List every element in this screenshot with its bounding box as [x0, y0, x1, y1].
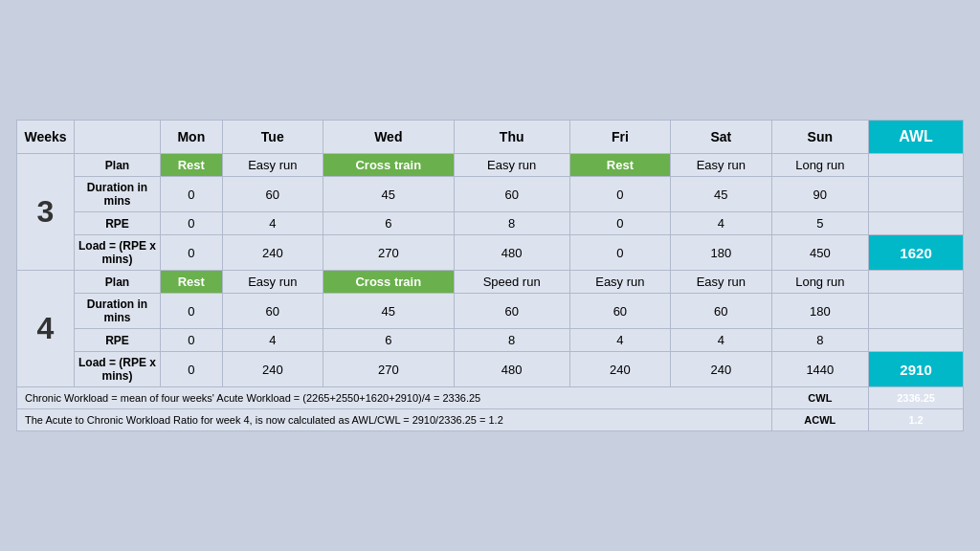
week3-load-label: Load = (RPE x mins)	[75, 235, 161, 271]
week3-sun-duration: 90	[771, 177, 869, 212]
week4-sun-load: 1440	[771, 352, 869, 387]
week3-sun-plan: Long run	[771, 154, 869, 177]
week4-plan-label: Plan	[75, 271, 161, 294]
week4-sat-load: 240	[671, 352, 772, 387]
week4-thu-plan: Speed run	[454, 271, 569, 294]
week4-awl-plan	[869, 271, 964, 294]
week3-wed-load: 270	[323, 235, 454, 271]
week3-thu-rpe: 8	[454, 212, 569, 235]
awl-header: AWL	[869, 121, 964, 154]
week3-fri-plan: Rest	[569, 154, 670, 177]
week4-fri-plan: Easy run	[569, 271, 670, 294]
week4-wed-rpe: 6	[323, 329, 454, 352]
week4-wed-duration: 45	[323, 294, 454, 329]
week4-tue-duration: 60	[222, 294, 323, 329]
week4-rpe-label: RPE	[75, 329, 161, 352]
week3-sat-load: 180	[671, 235, 772, 271]
week3-awl-value: 1620	[869, 235, 964, 271]
week4-awl-duration	[869, 294, 964, 329]
week3-thu-duration: 60	[454, 177, 569, 212]
week3-sat-plan: Easy run	[671, 154, 772, 177]
week4-tue-rpe: 4	[222, 329, 323, 352]
week4-number: 4	[17, 271, 75, 387]
week4-awl-value: 2910	[869, 352, 964, 387]
week4-wed-load: 270	[323, 352, 454, 387]
week4-mon-rpe: 0	[161, 329, 223, 352]
week3-wed-rpe: 6	[323, 212, 454, 235]
mon-header: Mon	[161, 121, 223, 154]
cwl-value: 2336.25	[869, 387, 964, 409]
week3-fri-rpe: 0	[569, 212, 670, 235]
week3-rpe-label: RPE	[75, 212, 161, 235]
acwl-value: 1.2	[869, 409, 964, 431]
week3-number: 3	[17, 154, 75, 271]
week4-sun-duration: 180	[771, 294, 869, 329]
thu-header: Thu	[454, 121, 569, 154]
fri-header: Fri	[569, 121, 670, 154]
acwl-label: ACWL	[771, 409, 869, 431]
week3-sat-duration: 45	[671, 177, 772, 212]
week4-tue-load: 240	[222, 352, 323, 387]
week4-tue-plan: Easy run	[222, 271, 323, 294]
week3-mon-plan: Rest	[161, 154, 223, 177]
week3-awl-duration	[869, 177, 964, 212]
week4-sun-rpe: 8	[771, 329, 869, 352]
week4-fri-rpe: 4	[569, 329, 670, 352]
week3-awl-plan	[869, 154, 964, 177]
week3-tue-rpe: 4	[222, 212, 323, 235]
week4-sat-plan: Easy run	[671, 271, 772, 294]
spacer-header	[75, 121, 161, 154]
week4-thu-load: 480	[454, 352, 569, 387]
week3-mon-rpe: 0	[161, 212, 223, 235]
week3-awl-rpe	[869, 212, 964, 235]
week4-wed-plan: Cross train	[323, 271, 454, 294]
week3-mon-duration: 0	[161, 177, 223, 212]
week3-thu-plan: Easy run	[454, 154, 569, 177]
week3-wed-duration: 45	[323, 177, 454, 212]
week4-sat-duration: 60	[671, 294, 772, 329]
week4-thu-duration: 60	[454, 294, 569, 329]
week4-mon-plan: Rest	[161, 271, 223, 294]
sat-header: Sat	[671, 121, 772, 154]
wed-header: Wed	[323, 121, 454, 154]
cwl-label: CWL	[771, 387, 869, 409]
acwr-text: The Acute to Chronic Workload Ratio for …	[17, 409, 772, 431]
week4-thu-rpe: 8	[454, 329, 569, 352]
week3-mon-load: 0	[161, 235, 223, 271]
week3-sat-rpe: 4	[671, 212, 772, 235]
week4-mon-duration: 0	[161, 294, 223, 329]
week3-fri-duration: 0	[569, 177, 670, 212]
week4-fri-load: 240	[569, 352, 670, 387]
weeks-header: Weeks	[17, 121, 75, 154]
tue-header: Tue	[222, 121, 323, 154]
sun-header: Sun	[771, 121, 869, 154]
chronic-workload-text: Chronic Workload = mean of four weeks' A…	[17, 387, 772, 409]
week4-load-label: Load = (RPE x mins)	[75, 352, 161, 387]
week3-tue-duration: 60	[222, 177, 323, 212]
week3-fri-load: 0	[569, 235, 670, 271]
week4-mon-load: 0	[161, 352, 223, 387]
week3-tue-plan: Easy run	[222, 154, 323, 177]
week3-duration-label: Duration in mins	[75, 177, 161, 212]
week3-sun-rpe: 5	[771, 212, 869, 235]
week4-awl-rpe	[869, 329, 964, 352]
week3-tue-load: 240	[222, 235, 323, 271]
week3-thu-load: 480	[454, 235, 569, 271]
week3-sun-load: 450	[771, 235, 869, 271]
week3-plan-label: Plan	[75, 154, 161, 177]
week4-sat-rpe: 4	[671, 329, 772, 352]
week4-fri-duration: 60	[569, 294, 670, 329]
week4-duration-label: Duration in mins	[75, 294, 161, 329]
week3-wed-plan: Cross train	[323, 154, 454, 177]
week4-sun-plan: Long run	[771, 271, 869, 294]
